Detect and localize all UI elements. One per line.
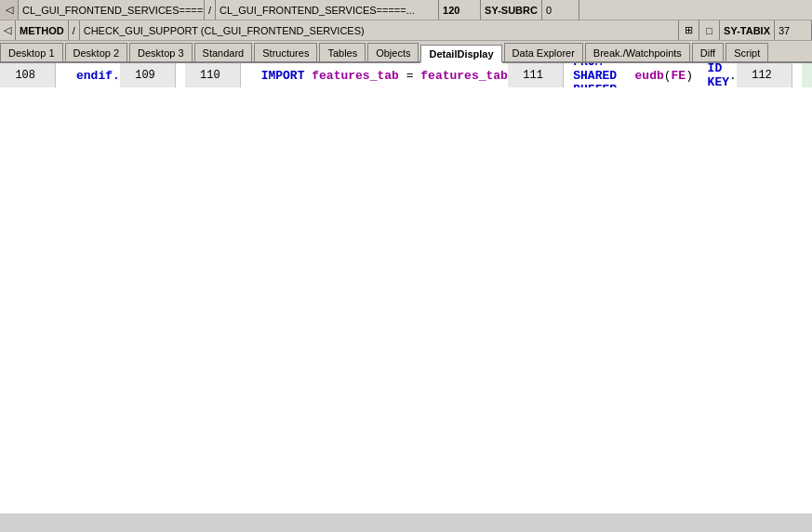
tab-breakpoints[interactable]: Break./Watchpoints [585, 43, 690, 61]
app-root: ◁ CL_GUI_FRONTEND_SERVICES=====. / CL_GU… [0, 0, 812, 513]
method-name-label[interactable]: CHECK_GUI_SUPPORT (CL_GUI_FRONTEND_SERVI… [80, 20, 679, 40]
method-type-label: METHOD [16, 20, 69, 40]
tab-desktop3[interactable]: Desktop 3 [129, 43, 193, 61]
tab-data-explorer[interactable]: Data Explorer [504, 43, 583, 61]
nav-icon-1[interactable]: ◁ [0, 0, 19, 20]
tab-desktop1[interactable]: Desktop 1 [0, 43, 63, 61]
toolbar-btn1[interactable]: ⊞ [679, 20, 699, 40]
sy-tabix-label: SY-TABIX [720, 20, 775, 40]
marker-109 [159, 63, 176, 87]
line-gutter-113: 113 - [802, 63, 812, 87]
code-area: 108 endif. 109 110 IMPORT [0, 63, 812, 513]
sy-subrc-value[interactable]: 0 [542, 0, 579, 20]
line-number-111: 111 [508, 63, 547, 87]
toolbar-row1: ◁ CL_GUI_FRONTEND_SERVICES=====. / CL_GU… [0, 0, 812, 20]
marker-108 [39, 63, 56, 87]
sy-subrc-label: SY-SUBRC [481, 0, 542, 20]
line-number-box[interactable]: 120 [439, 0, 481, 20]
tab-script[interactable]: Script [725, 43, 768, 61]
method-sep: / [69, 20, 80, 40]
tab-diff[interactable]: Diff [692, 43, 724, 61]
line-gutter-108: 108 [0, 63, 56, 87]
code-line-108: 108 endif. [0, 63, 120, 87]
code-line-113: 113 - *error check----------------------… [802, 63, 812, 87]
code-line-112: 112 [737, 63, 802, 87]
line-number-113: 113 [802, 63, 812, 87]
marker-111 [547, 63, 564, 87]
code-line-109: 109 [120, 63, 185, 87]
marker-112 [776, 63, 792, 87]
line-number-110: 110 [185, 63, 224, 87]
tab-objects[interactable]: Objects [367, 43, 419, 61]
line-gutter-112: 112 [737, 63, 792, 87]
toolbar-btn2[interactable]: □ [699, 20, 720, 40]
tab-structures[interactable]: Structures [254, 43, 317, 61]
line-body-108[interactable]: endif. [56, 63, 120, 87]
tab-desktop2[interactable]: Desktop 2 [65, 43, 128, 61]
code-line-110: 110 IMPORT features_tab = features_tab [185, 63, 508, 87]
code-line-111: 111 FROM SHARED BUFFER eudb(FE) ID KEY. [508, 63, 737, 87]
line-gutter-111: 111 [508, 63, 564, 87]
tab-tables[interactable]: Tables [319, 43, 366, 61]
tab-bar: Desktop 1 Desktop 2 Desktop 3 Standard S… [0, 41, 812, 63]
tab-standard[interactable]: Standard [194, 43, 253, 61]
path-cell-2[interactable]: CL_GUI_FRONTEND_SERVICES=====... [216, 0, 439, 20]
line-number-109: 109 [120, 63, 159, 87]
sy-tabix-value[interactable]: 37 [775, 20, 812, 40]
path-cell-1[interactable]: CL_GUI_FRONTEND_SERVICES=====. [19, 0, 205, 20]
path-sep-1: / [205, 0, 216, 20]
nav-icon-2[interactable]: ◁ [0, 20, 16, 40]
line-body-110[interactable]: IMPORT features_tab = features_tab [241, 63, 508, 87]
line-body-112[interactable] [792, 63, 802, 87]
toolbar-row2: ◁ METHOD / CHECK_GUI_SUPPORT (CL_GUI_FRO… [0, 20, 812, 41]
line-body-109[interactable] [176, 63, 185, 87]
line-gutter-109: 109 [120, 63, 176, 87]
line-number-108: 108 [0, 63, 39, 87]
line-body-111[interactable]: FROM SHARED BUFFER eudb(FE) ID KEY. [564, 63, 737, 87]
tab-detaildisplay[interactable]: DetailDisplay [420, 45, 501, 63]
marker-110 [224, 63, 241, 87]
line-number-112: 112 [737, 63, 776, 87]
line-gutter-110: 110 [185, 63, 241, 87]
